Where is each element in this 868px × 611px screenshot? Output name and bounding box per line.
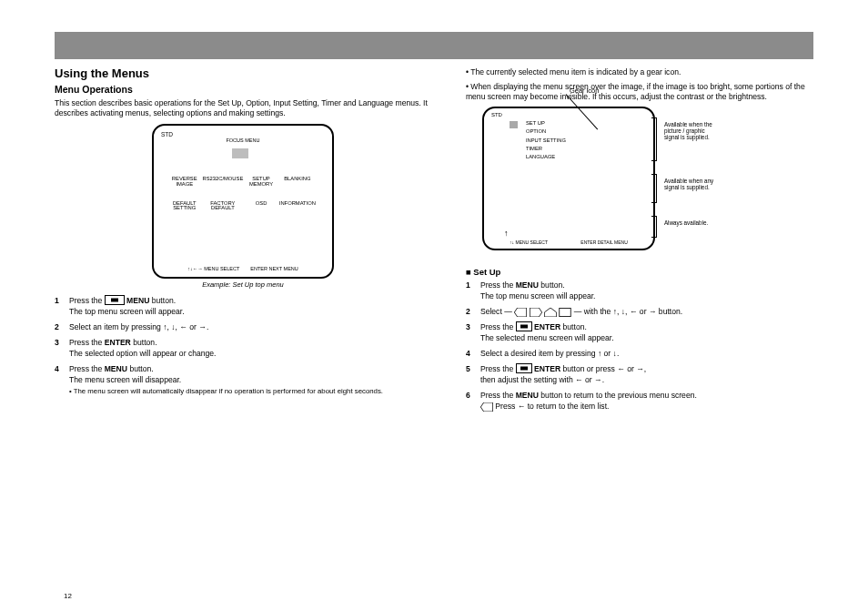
svg-marker-10 — [480, 402, 492, 412]
step-num: 3 — [55, 337, 59, 348]
screen-badge: STD — [491, 112, 502, 117]
step-text: Select an item by pressing ↑, ↓, ← or →. — [69, 322, 208, 331]
step-4: 4 Press the MENU button. The menu screen… — [55, 363, 431, 397]
grid-item: SETUP MEMORY — [249, 176, 273, 187]
btn-label: ENTER — [534, 322, 560, 331]
grid-item: DEFAULT SETTING — [173, 200, 197, 211]
btn-label: MENU — [516, 391, 539, 400]
svg-rect-1 — [111, 298, 118, 301]
intro-paragraph: This section describes basic operations … — [55, 98, 431, 118]
step-2: 2 Select an item by pressing ↑, ↓, ← or … — [55, 321, 431, 332]
note-b: • When displaying the menu screen over t… — [466, 82, 813, 102]
brace-a-label: Available when the picture / graphic sig… — [664, 121, 719, 141]
step-5: 5 Press the ENTER button or press ← or →… — [466, 363, 813, 385]
column-right: • The currently selected menu item is in… — [466, 66, 813, 416]
step-text: Press the — [69, 296, 102, 305]
select-icon-rect — [559, 308, 571, 317]
rs232c-icon — [217, 167, 228, 176]
btn-label: ENTER — [105, 338, 131, 347]
reverse-image-icon — [179, 167, 190, 176]
step-num: 4 — [466, 348, 470, 359]
right-diagram: Gear icon STD SET UP OPTION INPUT SETTIN… — [466, 107, 813, 250]
hint: ENTER DETAIL MENU — [580, 239, 627, 245]
step-3: 3 Press the ENTER button. The selected o… — [55, 337, 431, 359]
step-text: Press the — [480, 364, 513, 373]
step-6: 6 Press the MENU button to return to the… — [466, 390, 813, 412]
btn-label: MENU — [105, 364, 127, 373]
grid-item: FACTORY DEFAULT — [210, 200, 235, 211]
menu-focus-icon — [232, 148, 248, 158]
example-caption: Example: Set Up top menu — [55, 280, 431, 290]
step-1: 1 Press the MENU button. The top menu sc… — [55, 295, 431, 317]
step-text: Press the — [69, 338, 102, 347]
screen-badge: STD — [161, 131, 173, 137]
menu-button-icon — [105, 295, 125, 305]
step-cont: then adjust the setting with ← or →. — [480, 375, 604, 384]
step-text: Press the — [69, 364, 102, 373]
note-a: • The currently selected menu item is in… — [466, 67, 813, 77]
step-num: 4 — [55, 363, 59, 374]
step-cont: Press ← to return to the item list. — [495, 402, 609, 411]
btn-label: MENU — [516, 280, 539, 290]
blanking-icon — [292, 167, 303, 176]
menu-list: SET UP OPTION INPUT SETTING TIMER LANGUA… — [526, 119, 628, 161]
menu-list-illustration: STD SET UP OPTION INPUT SETTING TIMER LA… — [482, 107, 655, 250]
svg-marker-3 — [530, 308, 541, 317]
step-4: 4 Select a desired item by pressing ↑ or… — [466, 348, 813, 359]
svg-rect-5 — [560, 308, 571, 316]
grid-item: OSD — [256, 200, 267, 206]
step-cont: The selected option will appear or chang… — [69, 349, 216, 358]
step-num: 1 — [55, 295, 59, 306]
select-icon-right — [530, 308, 542, 317]
page-title: Using the Menus — [55, 66, 431, 80]
svg-marker-2 — [515, 308, 527, 317]
brace-c-label: Always available. — [664, 219, 719, 226]
step-text: button to return to the previous menu sc… — [540, 391, 697, 400]
step-text: button. — [133, 338, 156, 347]
select-icon-left — [514, 308, 527, 317]
step-num: 5 — [466, 363, 470, 374]
list-item: TIMER — [526, 145, 628, 153]
enter-button-icon — [516, 321, 532, 331]
page-subtitle: Menu Operations — [55, 84, 431, 95]
gear-icon-label: Gear icon — [570, 87, 600, 95]
step-3: 3 Press the ENTER button. The selected m… — [466, 321, 813, 343]
step-text: — with the ↑, ↓, ← or → button. — [574, 307, 682, 316]
step-note: • The menu screen will automatically dis… — [69, 387, 383, 395]
step-text: Press the — [480, 391, 513, 400]
grid-item: BLANKING — [284, 176, 310, 181]
select-icon-home — [544, 308, 557, 317]
menu-grid: REVERSE IMAGE RS232C/MOUSE SETUP MEMORY … — [170, 167, 316, 211]
step-num: 1 — [466, 280, 470, 290]
step-text: button. — [540, 280, 564, 290]
step-text: button or press ← or →, — [563, 364, 647, 373]
list-item: LANGUAGE — [526, 153, 628, 161]
step-num: 6 — [466, 390, 470, 401]
step-text: button. — [129, 364, 153, 373]
svg-rect-7 — [520, 325, 528, 329]
hint: ↑↓ MENU SELECT — [510, 239, 548, 245]
list-item: OPTION — [526, 127, 628, 136]
list-item: SET UP — [526, 119, 628, 127]
grid-item: REVERSE IMAGE — [172, 176, 197, 187]
step-num: 3 — [466, 321, 470, 332]
osd-icon — [256, 191, 267, 200]
step-num: 2 — [55, 321, 59, 332]
brace-b-label: Available when any signal is supplied. — [664, 178, 719, 190]
column-left: Using the Menus Menu Operations This sec… — [55, 66, 431, 416]
factory-default-icon — [217, 191, 228, 200]
gear-icon — [510, 121, 518, 128]
svg-rect-9 — [520, 367, 528, 371]
step-text: Press the — [480, 322, 513, 331]
header-bar — [55, 32, 813, 59]
step-text: button. — [152, 296, 176, 305]
focus-menu-label: FOCUS MENU — [154, 137, 332, 143]
step-2: 2 Select — — with the ↑, ↓, ← or → butto… — [466, 306, 813, 317]
step-num: 2 — [466, 306, 470, 317]
btn-label: MENU — [126, 296, 149, 305]
step-text: Select a desired item by pressing ↑ or ↓… — [480, 349, 619, 358]
svg-marker-4 — [544, 308, 556, 317]
back-icon — [480, 402, 493, 412]
step-cont: The top menu screen will appear. — [69, 307, 185, 316]
information-icon — [292, 191, 303, 200]
